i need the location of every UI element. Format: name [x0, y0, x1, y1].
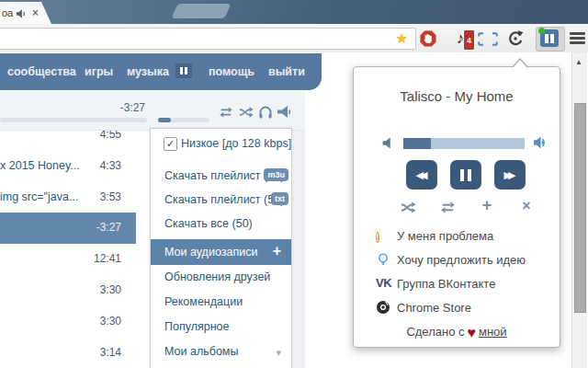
add-audio-plus-icon[interactable]: +: [273, 243, 281, 259]
page-scroll-gutter: [293, 131, 305, 368]
track-row[interactable]: 3:30: [0, 275, 136, 306]
track-row[interactable]: 12:41: [0, 244, 136, 275]
new-tab-button[interactable]: [171, 4, 231, 18]
browser-toolbar: ★ ♪ 4: [0, 24, 588, 53]
browser-window: оа × ★ ♪ 4: [0, 0, 588, 368]
alert-icon: !: [376, 232, 379, 243]
menu-my-albums[interactable]: Мои альбомы: [164, 345, 238, 358]
menu-download-playlist-txt[interactable]: Скачать плейлист (50): [164, 193, 284, 206]
extension-active-dot: [538, 28, 545, 34]
progress-bar[interactable]: [0, 118, 147, 122]
page-scrollbar[interactable]: ▲: [571, 52, 587, 368]
chrome-logo-icon: [376, 300, 390, 315]
track-row[interactable]: x 2015 Honey... 4:33: [0, 151, 136, 182]
audio-player-bar: -3:27: [0, 91, 305, 131]
menu-friends-updates[interactable]: Обновления друзей: [164, 270, 270, 283]
m3u-badge: m3u: [264, 168, 288, 181]
vk-player-pause-icon: [540, 29, 559, 47]
vk-nav-header: сообщества игры музыка помощь выйти: [0, 53, 322, 90]
link-suggest-idea[interactable]: Хочу предложить идею: [354, 251, 560, 270]
browser-tab[interactable]: оа ×: [0, 2, 51, 24]
track-row[interactable]: img src="java... 3:53: [0, 182, 136, 213]
volume-level: [158, 118, 171, 122]
quality-checkbox[interactable]: ✓: [164, 137, 177, 151]
volume-slider[interactable]: [403, 138, 525, 149]
nav-games[interactable]: игры: [85, 65, 113, 78]
vk-logo-icon: VK: [376, 276, 390, 291]
nav-music[interactable]: музыка: [127, 65, 169, 78]
remaining-time: -3:27: [90, 101, 145, 114]
author-link[interactable]: мной: [479, 325, 507, 339]
volume-slider-fill: [403, 138, 431, 149]
volume-up-icon[interactable]: [533, 135, 548, 150]
tab-title: оа: [2, 7, 13, 18]
bookmark-star-icon[interactable]: ★: [396, 30, 408, 47]
track-row-playing[interactable]: -3:27: [0, 213, 136, 244]
menu-download-all[interactable]: Скачать все (50): [164, 217, 253, 230]
repeat-icon[interactable]: [439, 200, 456, 216]
tab-close-icon[interactable]: ×: [32, 6, 39, 19]
vk-player-extension-button[interactable]: [536, 27, 565, 52]
made-with-love: Сделано с♥мной: [354, 325, 560, 341]
music-downloader-clef-icon[interactable]: ♪ 4: [451, 29, 469, 48]
scrollbar-thumb[interactable]: [574, 103, 586, 313]
screenshot-frame-icon[interactable]: [478, 32, 496, 51]
track-title: Talisco - My Home: [354, 88, 560, 104]
next-button[interactable]: ▶▶: [494, 160, 526, 190]
broadcast-megaphone-icon[interactable]: [277, 105, 291, 120]
tab-strip: оа ×: [0, 0, 588, 24]
heart-icon: ♥: [465, 325, 480, 340]
tab-audio-speaker-icon: [16, 8, 27, 19]
menu-recommendations[interactable]: Рекомендации: [164, 295, 243, 308]
link-chrome-store[interactable]: Chrome Store: [354, 299, 560, 317]
volume-bar[interactable]: [158, 118, 209, 122]
repeat-icon[interactable]: [219, 105, 233, 120]
lightbulb-icon: [376, 252, 390, 267]
track-row[interactable]: 3:14: [0, 338, 136, 368]
previous-button[interactable]: ◀◀: [406, 160, 437, 190]
extension-popup: Talisco - My Home ◀◀ ▶▶: [353, 66, 560, 348]
reload-circle-icon[interactable]: [506, 29, 525, 48]
remove-track-close-icon[interactable]: ×: [518, 198, 535, 214]
download-count-badge: 4: [463, 29, 475, 51]
nav-help[interactable]: помощь: [209, 65, 254, 78]
nav-communities[interactable]: сообщества: [7, 65, 76, 78]
quality-label[interactable]: Низкое [до 128 kbps]: [181, 137, 291, 150]
volume-down-icon[interactable]: [381, 137, 393, 149]
address-bar[interactable]: ★: [0, 28, 416, 50]
track-row[interactable]: 3:30: [0, 306, 136, 338]
shuffle-icon[interactable]: [400, 200, 416, 216]
pause-button[interactable]: [450, 160, 481, 190]
chrome-menu-icon[interactable]: [570, 32, 585, 44]
adblock-stop-hand-icon[interactable]: [419, 29, 437, 48]
headphones-icon[interactable]: [258, 105, 273, 120]
menu-popular[interactable]: Популярное: [164, 320, 230, 333]
add-track-plus-icon[interactable]: +: [479, 196, 495, 213]
link-vk-group[interactable]: VK Группа ВКонтакте: [354, 275, 560, 293]
menu-my-audio-selected[interactable]: Мои аудиозаписи +: [151, 239, 291, 265]
scroll-up-icon[interactable]: ▲: [575, 58, 582, 66]
albums-expand-icon[interactable]: ▾: [276, 347, 281, 359]
nav-pause-icon[interactable]: [175, 63, 192, 78]
audio-dropdown-menu: ✓ Низкое [до 128 kbps] Скачать плейлист …: [150, 128, 292, 368]
vk-page: сообщества игры музыка помощь выйти -3:2…: [0, 52, 588, 368]
shuffle-icon[interactable]: [239, 105, 254, 120]
txt-badge: txt: [271, 192, 288, 205]
link-report-problem[interactable]: ! У меня проблема: [354, 227, 560, 246]
nav-logout[interactable]: выйти: [268, 65, 305, 78]
